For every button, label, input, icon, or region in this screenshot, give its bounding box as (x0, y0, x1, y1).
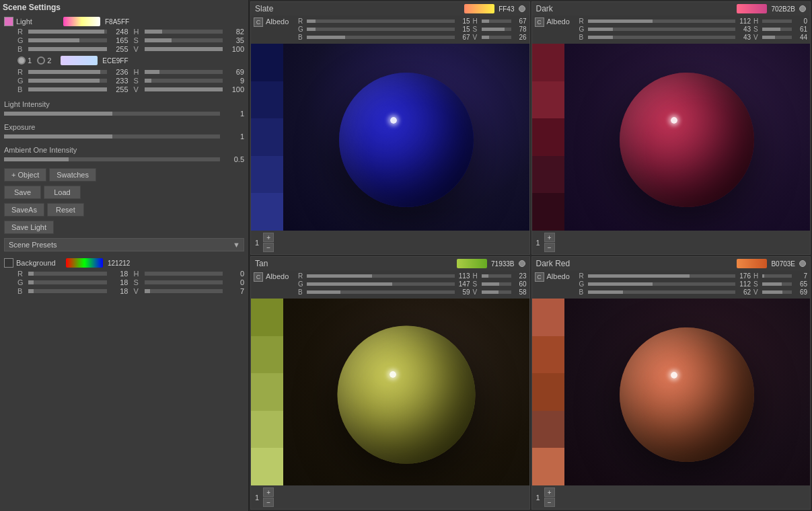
radio-2[interactable]: 2 (37, 56, 51, 65)
swatch-item[interactable] (251, 299, 283, 336)
albedo-b-slider[interactable] (588, 36, 736, 39)
counter-down[interactable]: − (263, 243, 274, 252)
reset-button[interactable]: Reset (47, 203, 84, 217)
save-light-button[interactable]: Save Light (4, 221, 54, 234)
load-button[interactable]: Load (44, 186, 81, 199)
albedo-v-slider[interactable] (482, 36, 511, 39)
save-as-button[interactable]: SaveAs (4, 203, 44, 217)
swatch-item[interactable] (532, 156, 564, 194)
counter-down[interactable]: − (263, 498, 274, 507)
albedo-r-slider[interactable] (307, 19, 455, 23)
swatch-item[interactable] (251, 411, 283, 448)
ball-highlight (671, 117, 677, 124)
albedo-v-slider[interactable] (762, 290, 792, 294)
scene-presets-select[interactable]: Scene Presets (4, 238, 244, 251)
bg-r-slider[interactable] (28, 272, 107, 276)
albedo-s-slider[interactable] (482, 282, 511, 286)
swatch-item[interactable] (532, 373, 564, 411)
light-h-slider[interactable] (145, 30, 223, 34)
bg-b-slider[interactable] (28, 289, 107, 293)
light-intensity-slider[interactable] (4, 112, 220, 116)
bg-h-slider[interactable] (145, 272, 223, 276)
swatch-item[interactable] (532, 336, 564, 374)
albedo-h-slider[interactable] (482, 274, 511, 278)
swatch-item[interactable] (251, 118, 283, 156)
light-s-slider[interactable] (145, 38, 223, 42)
ambient-b-slider[interactable] (28, 87, 107, 91)
counter-up[interactable]: + (544, 233, 555, 242)
swatch-item[interactable] (251, 448, 283, 485)
albedo-g-slider[interactable] (307, 282, 455, 286)
albedo-s-slider[interactable] (762, 282, 792, 286)
object-button[interactable]: + Object (4, 168, 46, 182)
albedo-v-slider[interactable] (762, 36, 792, 39)
albedo-g-slider[interactable] (588, 282, 736, 286)
swatch-item[interactable] (532, 448, 564, 485)
ball-highlight (390, 371, 396, 378)
ambient-v-slider[interactable] (145, 87, 223, 91)
albedo-h-slider[interactable] (762, 274, 792, 278)
albedo-r-slider[interactable] (588, 19, 736, 23)
albedo-s-slider[interactable] (482, 28, 511, 31)
radio-1[interactable]: 1 (17, 56, 32, 65)
scene-dot[interactable] (519, 5, 525, 12)
light-r-slider[interactable] (28, 30, 107, 34)
swatch-item[interactable] (251, 193, 283, 231)
scene-dot[interactable] (799, 5, 806, 12)
swatch-item[interactable] (251, 156, 283, 194)
c-button[interactable]: C (535, 17, 544, 27)
bg-gradient (66, 258, 103, 268)
scene-header: Dark 702B2B (532, 2, 811, 15)
swatch-item[interactable] (251, 44, 283, 81)
bg-s-slider[interactable] (145, 280, 223, 284)
counter-down[interactable]: − (544, 498, 555, 507)
counter-up[interactable]: + (544, 487, 555, 497)
bg-g-slider[interactable] (28, 280, 107, 284)
albedo-r-slider[interactable] (307, 274, 455, 278)
c-button[interactable]: C (254, 17, 263, 27)
albedo-g-slider[interactable] (588, 28, 736, 31)
light-swatch[interactable] (4, 17, 13, 26)
albedo-b-slider[interactable] (307, 290, 455, 294)
light-b-slider[interactable] (28, 47, 107, 51)
save-button[interactable]: Save (4, 186, 41, 199)
albedo-v-slider[interactable] (482, 290, 511, 294)
counter-up[interactable]: + (263, 487, 274, 497)
bg-r-val: 18 (110, 270, 128, 278)
light-v-slider[interactable] (145, 47, 223, 51)
scene-dot[interactable] (519, 260, 525, 267)
ambient-s-slider[interactable] (145, 79, 223, 83)
counter-row: 1 + − (532, 231, 811, 254)
albedo-b-slider[interactable] (307, 36, 455, 39)
swatch-item[interactable] (251, 373, 283, 411)
ambient-h-slider[interactable] (145, 70, 223, 74)
albedo-s-slider[interactable] (762, 28, 792, 31)
albedo-b-slider[interactable] (588, 290, 736, 294)
swatch-item[interactable] (532, 411, 564, 448)
swatch-item[interactable] (251, 336, 283, 374)
swatch-item[interactable] (532, 118, 564, 156)
swatch-item[interactable] (532, 193, 564, 231)
swatch-item[interactable] (251, 81, 283, 119)
albedo-g-slider[interactable] (307, 28, 455, 31)
albedo-h-slider[interactable] (482, 19, 511, 23)
scene-header: Dark Red B0703E (532, 257, 811, 270)
ambient-r-slider[interactable] (28, 70, 107, 74)
counter-down[interactable]: − (544, 243, 555, 252)
scene-dot[interactable] (799, 260, 806, 267)
swatch-item[interactable] (532, 44, 564, 81)
albedo-h-slider[interactable] (762, 19, 792, 23)
bg-swatch[interactable] (4, 258, 13, 268)
swatch-item[interactable] (532, 81, 564, 119)
c-button[interactable]: C (535, 272, 544, 282)
light-g-slider[interactable] (28, 38, 107, 42)
ambient-intensity-slider[interactable] (4, 157, 220, 161)
exposure-slider[interactable] (4, 134, 220, 139)
swatches-button[interactable]: Swatches (49, 168, 96, 182)
ambient-g-slider[interactable] (28, 79, 107, 83)
bg-v-slider[interactable] (145, 289, 223, 293)
counter-up[interactable]: + (263, 233, 274, 242)
albedo-r-slider[interactable] (588, 274, 736, 278)
c-button[interactable]: C (254, 272, 263, 282)
swatch-item[interactable] (532, 299, 564, 336)
